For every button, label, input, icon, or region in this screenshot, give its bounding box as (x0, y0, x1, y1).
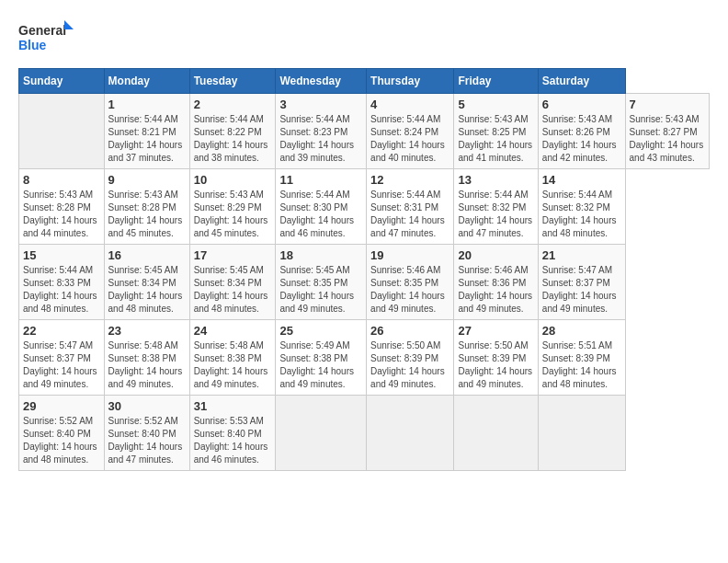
calendar-cell: 4Sunrise: 5:44 AMSunset: 8:24 PMDaylight… (367, 94, 454, 169)
day-number: 18 (279, 248, 362, 262)
weekday-header-monday: Monday (104, 69, 189, 94)
day-detail: Sunrise: 5:44 AMSunset: 8:23 PMDaylight:… (279, 113, 362, 165)
day-number: 17 (194, 248, 272, 262)
day-number: 4 (370, 98, 449, 111)
logo-svg: GeneralBlue (18, 18, 74, 59)
calendar-cell: 14Sunrise: 5:44 AMSunset: 8:32 PMDayligh… (538, 169, 625, 245)
weekday-header-row: SundayMondayTuesdayWednesdayThursdayFrid… (19, 69, 710, 94)
calendar-cell: 21Sunrise: 5:47 AMSunset: 8:37 PMDayligh… (538, 245, 625, 320)
calendar-cell: 30Sunrise: 5:52 AMSunset: 8:40 PMDayligh… (104, 396, 189, 471)
calendar-cell: 1Sunrise: 5:44 AMSunset: 8:21 PMDaylight… (104, 94, 189, 169)
day-detail: Sunrise: 5:48 AMSunset: 8:38 PMDaylight:… (194, 339, 272, 391)
day-detail: Sunrise: 5:45 AMSunset: 8:35 PMDaylight:… (279, 264, 362, 316)
day-detail: Sunrise: 5:44 AMSunset: 8:30 PMDaylight:… (279, 189, 362, 240)
calendar-cell (538, 396, 625, 471)
calendar-cell: 24Sunrise: 5:48 AMSunset: 8:38 PMDayligh… (189, 320, 276, 396)
day-detail: Sunrise: 5:50 AMSunset: 8:39 PMDaylight:… (458, 339, 533, 391)
day-number: 1 (108, 98, 186, 111)
calendar-cell: 16Sunrise: 5:45 AMSunset: 8:34 PMDayligh… (104, 245, 189, 320)
calendar-cell: 29Sunrise: 5:52 AMSunset: 8:40 PMDayligh… (19, 396, 105, 471)
calendar-cell: 6Sunrise: 5:43 AMSunset: 8:26 PMDaylight… (538, 94, 625, 169)
day-detail: Sunrise: 5:44 AMSunset: 8:32 PMDaylight:… (542, 189, 621, 240)
day-detail: Sunrise: 5:47 AMSunset: 8:37 PMDaylight:… (23, 339, 100, 391)
day-detail: Sunrise: 5:51 AMSunset: 8:39 PMDaylight:… (542, 339, 621, 391)
day-detail: Sunrise: 5:46 AMSunset: 8:35 PMDaylight:… (370, 264, 449, 316)
calendar-cell: 5Sunrise: 5:43 AMSunset: 8:25 PMDaylight… (454, 94, 538, 169)
day-number: 6 (542, 98, 621, 111)
day-detail: Sunrise: 5:44 AMSunset: 8:21 PMDaylight:… (108, 113, 186, 165)
calendar-cell: 20Sunrise: 5:46 AMSunset: 8:36 PMDayligh… (454, 245, 538, 320)
calendar-table: SundayMondayTuesdayWednesdayThursdayFrid… (18, 68, 710, 471)
day-detail: Sunrise: 5:43 AMSunset: 8:29 PMDaylight:… (194, 189, 272, 240)
day-number: 29 (23, 399, 100, 413)
day-number: 2 (194, 98, 272, 111)
calendar-cell: 19Sunrise: 5:46 AMSunset: 8:35 PMDayligh… (367, 245, 454, 320)
calendar-week-row: 1Sunrise: 5:44 AMSunset: 8:21 PMDaylight… (19, 94, 710, 169)
calendar-week-row: 22Sunrise: 5:47 AMSunset: 8:37 PMDayligh… (19, 320, 710, 396)
calendar-cell: 15Sunrise: 5:44 AMSunset: 8:33 PMDayligh… (19, 245, 105, 320)
calendar-cell: 28Sunrise: 5:51 AMSunset: 8:39 PMDayligh… (538, 320, 625, 396)
page-header: GeneralBlue (18, 18, 710, 59)
svg-marker-1 (64, 20, 74, 29)
calendar-cell: 22Sunrise: 5:47 AMSunset: 8:37 PMDayligh… (19, 320, 105, 396)
day-number: 19 (370, 248, 449, 262)
day-number: 28 (542, 324, 621, 338)
calendar-week-row: 15Sunrise: 5:44 AMSunset: 8:33 PMDayligh… (19, 245, 710, 320)
day-number: 13 (458, 173, 533, 187)
day-number: 14 (542, 173, 621, 187)
day-detail: Sunrise: 5:44 AMSunset: 8:32 PMDaylight:… (458, 189, 533, 240)
logo: GeneralBlue (18, 18, 74, 59)
day-detail: Sunrise: 5:44 AMSunset: 8:22 PMDaylight:… (194, 113, 272, 165)
day-detail: Sunrise: 5:44 AMSunset: 8:31 PMDaylight:… (370, 189, 449, 240)
calendar-cell: 11Sunrise: 5:44 AMSunset: 8:30 PMDayligh… (276, 169, 367, 245)
day-detail: Sunrise: 5:45 AMSunset: 8:34 PMDaylight:… (108, 264, 186, 316)
day-number: 8 (23, 173, 100, 187)
day-detail: Sunrise: 5:50 AMSunset: 8:39 PMDaylight:… (370, 339, 449, 391)
day-number: 30 (108, 399, 186, 413)
day-detail: Sunrise: 5:52 AMSunset: 8:40 PMDaylight:… (108, 415, 186, 466)
day-number: 12 (370, 173, 449, 187)
day-number: 26 (370, 324, 449, 338)
weekday-header-tuesday: Tuesday (189, 69, 276, 94)
day-number: 31 (194, 399, 272, 413)
calendar-cell: 23Sunrise: 5:48 AMSunset: 8:38 PMDayligh… (104, 320, 189, 396)
day-detail: Sunrise: 5:43 AMSunset: 8:28 PMDaylight:… (23, 189, 100, 240)
day-number: 21 (542, 248, 621, 262)
calendar-cell (367, 396, 454, 471)
calendar-cell: 3Sunrise: 5:44 AMSunset: 8:23 PMDaylight… (276, 94, 367, 169)
calendar-cell: 18Sunrise: 5:45 AMSunset: 8:35 PMDayligh… (276, 245, 367, 320)
day-number: 23 (108, 324, 186, 338)
calendar-cell (19, 94, 105, 169)
day-detail: Sunrise: 5:47 AMSunset: 8:37 PMDaylight:… (542, 264, 621, 316)
day-number: 25 (279, 324, 362, 338)
weekday-header-sunday: Sunday (19, 69, 105, 94)
calendar-cell: 10Sunrise: 5:43 AMSunset: 8:29 PMDayligh… (189, 169, 276, 245)
day-number: 11 (279, 173, 362, 187)
calendar-cell: 8Sunrise: 5:43 AMSunset: 8:28 PMDaylight… (19, 169, 105, 245)
day-number: 16 (108, 248, 186, 262)
calendar-cell: 27Sunrise: 5:50 AMSunset: 8:39 PMDayligh… (454, 320, 538, 396)
day-detail: Sunrise: 5:49 AMSunset: 8:38 PMDaylight:… (279, 339, 362, 391)
weekday-header-friday: Friday (454, 69, 538, 94)
calendar-cell: 31Sunrise: 5:53 AMSunset: 8:40 PMDayligh… (189, 396, 276, 471)
calendar-week-row: 8Sunrise: 5:43 AMSunset: 8:28 PMDaylight… (19, 169, 710, 245)
day-detail: Sunrise: 5:52 AMSunset: 8:40 PMDaylight:… (23, 415, 100, 466)
day-number: 10 (194, 173, 272, 187)
weekday-header-saturday: Saturday (538, 69, 625, 94)
day-detail: Sunrise: 5:44 AMSunset: 8:24 PMDaylight:… (370, 113, 449, 165)
calendar-cell (454, 396, 538, 471)
day-number: 20 (458, 248, 533, 262)
day-detail: Sunrise: 5:43 AMSunset: 8:26 PMDaylight:… (542, 113, 621, 165)
day-number: 22 (23, 324, 100, 338)
day-detail: Sunrise: 5:43 AMSunset: 8:27 PMDaylight:… (630, 113, 705, 165)
calendar-cell: 7Sunrise: 5:43 AMSunset: 8:27 PMDaylight… (625, 94, 709, 169)
day-detail: Sunrise: 5:46 AMSunset: 8:36 PMDaylight:… (458, 264, 533, 316)
svg-text:Blue: Blue (18, 38, 47, 52)
day-number: 5 (458, 98, 533, 111)
day-detail: Sunrise: 5:44 AMSunset: 8:33 PMDaylight:… (23, 264, 100, 316)
calendar-cell: 12Sunrise: 5:44 AMSunset: 8:31 PMDayligh… (367, 169, 454, 245)
calendar-week-row: 29Sunrise: 5:52 AMSunset: 8:40 PMDayligh… (19, 396, 710, 471)
day-detail: Sunrise: 5:43 AMSunset: 8:28 PMDaylight:… (108, 189, 186, 240)
calendar-cell: 25Sunrise: 5:49 AMSunset: 8:38 PMDayligh… (276, 320, 367, 396)
calendar-cell: 2Sunrise: 5:44 AMSunset: 8:22 PMDaylight… (189, 94, 276, 169)
